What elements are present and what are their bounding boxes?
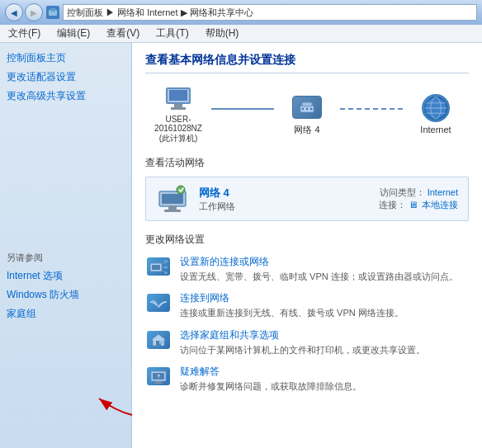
- nav-buttons: ◀ ▶: [5, 3, 43, 21]
- internet-icon: [419, 95, 452, 121]
- setting-icon-3: ?: [145, 365, 172, 388]
- setting-item-2: 选择家庭组和共享选项 访问位于某网络计算机上的文件和打印机，或更改共享设置。: [145, 328, 469, 356]
- access-value: Internet: [428, 187, 458, 197]
- svg-rect-32: [156, 381, 161, 383]
- setting-item-3: ? 疑难解答 诊断并修复网络问题，或获取故障排除信息。: [145, 365, 469, 393]
- computer-icon: [162, 85, 195, 111]
- active-net-access: 访问类型： Internet 连接： 🖥 本地连接: [379, 186, 458, 211]
- menu-edit[interactable]: 编辑(E): [52, 25, 95, 42]
- active-net-info: 网络 4 工作网络: [199, 186, 369, 213]
- conn-icon: 🖥: [409, 200, 418, 210]
- setup-new-connection-icon: [147, 257, 170, 276]
- network-label: 网络 4: [294, 124, 319, 136]
- back-button[interactable]: ◀: [5, 3, 23, 21]
- setting-desc-0: 设置无线、宽带、拨号、临时或 VPN 连接；或设置路由器或访问点。: [180, 271, 458, 281]
- setting-text-1: 连接到网络 连接或重新连接到无线、有线、拨号或 VPN 网络连接。: [180, 291, 404, 319]
- page-title: 查看基本网络信息并设置连接: [145, 53, 469, 73]
- sidebar-link-home[interactable]: 控制面板主页: [7, 51, 125, 65]
- sidebar-link-internet[interactable]: Internet 选项: [7, 269, 125, 283]
- active-net-type: 工作网络: [199, 200, 369, 213]
- svg-point-16: [177, 186, 185, 194]
- active-net-icon: [156, 184, 189, 214]
- svg-rect-20: [152, 265, 160, 270]
- setting-desc-2: 访问位于某网络计算机上的文件和打印机，或更改共享设置。: [180, 345, 425, 355]
- title-bar: ◀ ▶ 控制面板 ▶ 网络和 Internet ▶ 网络和共享中心: [0, 0, 482, 25]
- computer-label: USER-20161028NZ (此计算机): [145, 115, 211, 144]
- svg-rect-33: [154, 383, 163, 384]
- sidebar: 控制面板主页 更改适配器设置 更改高级共享设置 另请参阅 Internet 选项…: [0, 43, 132, 448]
- active-net-box: 网络 4 工作网络 访问类型： Internet 连接： 🖥 本地连接: [145, 177, 469, 221]
- svg-rect-6: [302, 102, 312, 106]
- troubleshoot-icon: ?: [147, 367, 170, 385]
- address-bar[interactable]: 控制面板 ▶ 网络和 Internet ▶ 网络和共享中心: [63, 4, 477, 21]
- active-net-name[interactable]: 网络 4: [199, 186, 369, 200]
- svg-text:?: ?: [157, 374, 160, 379]
- active-net-title: 查看活动网络: [145, 156, 469, 170]
- setting-icon-1: [145, 291, 172, 314]
- svg-point-22: [164, 260, 168, 263]
- setting-link-1[interactable]: 连接到网络: [180, 291, 404, 305]
- access-label: 访问类型：: [380, 187, 425, 197]
- menu-help[interactable]: 帮助(H): [201, 25, 244, 42]
- net-node-network: 网络 4: [274, 94, 340, 136]
- menu-bar: 文件(F) 编辑(E) 查看(V) 工具(T) 帮助(H): [0, 25, 482, 43]
- svg-point-4: [306, 107, 309, 110]
- setting-text-3: 疑难解答 诊断并修复网络问题，或获取故障排除信息。: [180, 365, 362, 393]
- conn-label: 连接：: [379, 200, 406, 210]
- setting-link-0[interactable]: 设置新的连接或网络: [180, 255, 458, 269]
- connect-to-network-icon: [147, 294, 170, 312]
- menu-view[interactable]: 查看(V): [102, 25, 144, 42]
- setting-icon-0: [145, 255, 172, 278]
- svg-point-3: [302, 107, 305, 110]
- net-node-computer: USER-20161028NZ (此计算机): [145, 85, 211, 144]
- sidebar-link-advanced[interactable]: 更改高级共享设置: [7, 89, 125, 103]
- net-line-1: [211, 108, 274, 110]
- forward-button[interactable]: ▶: [25, 3, 43, 21]
- sidebar-main-links: 控制面板主页 更改适配器设置 更改高级共享设置: [7, 51, 125, 103]
- conn-value[interactable]: 本地连接: [422, 200, 458, 210]
- network-icon: [291, 94, 324, 120]
- svg-point-5: [310, 107, 313, 110]
- svg-rect-13: [162, 194, 183, 204]
- setting-icon-2: [145, 328, 172, 351]
- sidebar-link-firewall[interactable]: Windows 防火墙: [7, 288, 125, 302]
- setting-item-0: 设置新的连接或网络 设置无线、宽带、拨号、临时或 VPN 连接；或设置路由器或访…: [145, 255, 469, 283]
- content-area: 查看基本网络信息并设置连接 USER-20161028NZ (此计算机): [132, 43, 482, 448]
- main-layout: 控制面板主页 更改适配器设置 更改高级共享设置 另请参阅 Internet 选项…: [0, 43, 482, 448]
- svg-point-24: [164, 266, 168, 269]
- setting-link-3[interactable]: 疑难解答: [180, 365, 362, 379]
- setting-desc-3: 诊断并修复网络问题，或获取故障排除信息。: [180, 381, 362, 391]
- setting-item-1: 连接到网络 连接或重新连接到无线、有线、拨号或 VPN 网络连接。: [145, 291, 469, 319]
- change-settings-title: 更改网络设置: [145, 233, 469, 247]
- menu-file[interactable]: 文件(F): [3, 25, 45, 42]
- svg-rect-14: [168, 206, 177, 210]
- svg-rect-1: [50, 8, 55, 12]
- setting-link-2[interactable]: 选择家庭组和共享选项: [180, 328, 425, 342]
- svg-rect-15: [164, 210, 181, 212]
- setting-desc-1: 连接或重新连接到无线、有线、拨号或 VPN 网络连接。: [180, 308, 404, 318]
- window-icon: [46, 6, 59, 19]
- sidebar-other-section: 另请参阅 Internet 选项 Windows 防火墙 家庭组: [7, 252, 125, 321]
- homegroup-icon: [147, 331, 170, 349]
- net-line-2: [340, 108, 403, 110]
- net-node-internet: Internet: [403, 95, 469, 134]
- menu-tools[interactable]: 工具(T): [151, 25, 193, 42]
- svg-rect-29: [159, 341, 163, 344]
- sidebar-link-homegroup[interactable]: 家庭组: [7, 307, 125, 321]
- address-text: 控制面板 ▶ 网络和 Internet ▶ 网络和共享中心: [67, 7, 253, 19]
- sidebar-other-title: 另请参阅: [7, 252, 125, 264]
- network-diagram: USER-20161028NZ (此计算机): [145, 85, 469, 144]
- sidebar-link-adapter[interactable]: 更改适配器设置: [7, 70, 125, 84]
- setting-text-2: 选择家庭组和共享选项 访问位于某网络计算机上的文件和打印机，或更改共享设置。: [180, 328, 425, 356]
- setting-text-0: 设置新的连接或网络 设置无线、宽带、拨号、临时或 VPN 连接；或设置路由器或访…: [180, 255, 458, 283]
- internet-label: Internet: [420, 125, 451, 134]
